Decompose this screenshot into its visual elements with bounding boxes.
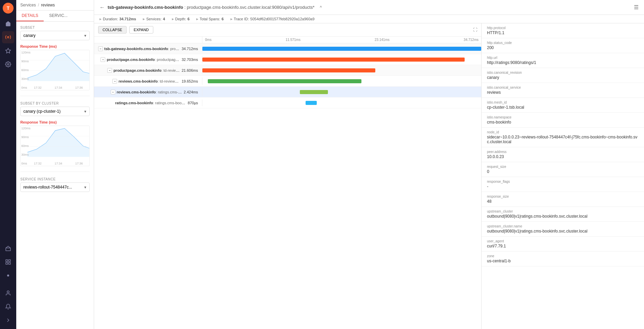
sidebar-item-home[interactable] [2, 18, 14, 30]
tab-services[interactable]: SERVIC... [44, 10, 73, 21]
prop-group: zoneus-central1-b [482, 251, 644, 266]
breadcrumb: Services / reviews [16, 0, 94, 10]
breadcrumb-separator: / [38, 3, 39, 7]
sidebar-item-dot[interactable] [2, 269, 14, 282]
tick-3: 34.712ms [464, 38, 479, 42]
expand-icon[interactable]: ^ [320, 5, 322, 10]
subset-cluster-select-wrapper: canary (cp-cluster-1) ▼ [20, 107, 90, 116]
main-header: ← tsb-gateway-bookinfo.cms-bookinfo : pr… [94, 0, 644, 15]
span-bar-col [202, 91, 481, 93]
span-collapse-btn[interactable]: − [107, 68, 112, 73]
span-label: ratings.cms-bookinfo: ratings.cms-bookin… [94, 100, 202, 106]
prop-group: response_flags- [482, 177, 644, 192]
prop-value: - [487, 184, 639, 189]
span-name: reviews.cms-bookinfo: ratings.cms-bookin… [117, 90, 182, 94]
span-service: reviews.cms-bookinfo [118, 79, 158, 83]
back-button[interactable]: ← [99, 4, 105, 10]
span-row[interactable]: −tsb-gateway-bookinfo.cms-bookinfo: prod… [94, 43, 481, 54]
prop-key: request_size [487, 165, 639, 169]
svg-point-7 [7, 275, 9, 277]
service-instance-filter: Service Instance reviews-rollout-7548447… [20, 177, 90, 192]
prop-value: us-central1-b [487, 259, 639, 263]
subset-cluster-select[interactable]: canary (cp-cluster-1) [20, 107, 90, 116]
span-collapse-btn[interactable]: − [98, 46, 103, 51]
span-row[interactable]: ratings.cms-bookinfo: ratings.cms-bookin… [94, 97, 481, 108]
logo[interactable]: T [3, 3, 14, 14]
svg-rect-6 [9, 263, 10, 264]
sidebar-item-user[interactable] [2, 287, 14, 299]
service-instance-select-wrapper: reviews-rollout-7548447c... ▼ [20, 182, 90, 192]
prop-key: istio.canonical_service [487, 86, 639, 89]
sidebar-item-settings[interactable] [2, 58, 14, 70]
prop-group: upstream_cluster.nameoutbound|9080|v1|ra… [482, 222, 644, 237]
span-row[interactable]: −productpage.cms-bookinfo: productpage.c… [94, 54, 481, 65]
chart2-x-labels: 17:32 17:34 17:36 [27, 162, 89, 165]
span-name: tsb-gateway-bookinfo.cms-bookinfo: produ… [104, 47, 180, 51]
prop-key: zone [487, 254, 639, 258]
span-duration: 870µs [188, 101, 199, 105]
span-bar-col [202, 102, 481, 104]
span-row[interactable]: −productpage.cms-bookinfo: td-reviews:90… [94, 65, 481, 76]
span-bar [202, 58, 465, 62]
prop-value: http://ratings:9080/ratings/1 [487, 60, 639, 65]
chart2-section: Response Time (ms) 120ms 90ms 60ms 30ms … [20, 120, 90, 166]
sidebar-item-services[interactable] [2, 31, 14, 43]
subset-cluster-label: Subset by Cluster [20, 102, 90, 105]
span-row[interactable]: −reviews.cms-bookinfo: ratings.cms-booki… [94, 87, 481, 97]
span-collapse-btn[interactable]: − [101, 57, 105, 62]
span-duration: 32.703ms [182, 58, 199, 62]
chart1-title: Response Time (ms) [20, 44, 90, 48]
span-name: ratings.cms-bookinfo: ratings.cms-bookin… [115, 101, 186, 105]
chart1-x-labels: 17:32 17:34 17:36 [27, 86, 89, 89]
span-bar [202, 47, 481, 51]
prop-value: 200 [487, 45, 639, 50]
menu-icon[interactable]: ☰ [634, 4, 639, 10]
prop-value: 48 [487, 199, 639, 204]
trace-panel: COLLAPSE EXPAND ⛶ 0ms 11.571ms 23.141ms … [94, 23, 482, 329]
prop-key: upstream_cluster [487, 210, 639, 213]
fullscreen-button[interactable]: ⛶ [473, 27, 477, 32]
sidebar-item-extensions[interactable] [2, 45, 14, 57]
collapse-button[interactable]: COLLAPSE [98, 26, 127, 34]
span-name: productpage.cms-bookinfo: productpage.cm… [107, 58, 180, 62]
svg-point-0 [7, 37, 9, 38]
prop-key: http.url [487, 56, 639, 60]
main-area: ← tsb-gateway-bookinfo.cms-bookinfo : pr… [94, 0, 644, 329]
span-row[interactable]: −reviews.cms-bookinfo: td-reviews:9080/*… [94, 76, 481, 87]
panel-content: Subset canary ▼ Response Time (ms) 120ms… [16, 22, 94, 329]
span-bar [202, 68, 375, 72]
sidebar-item-grid[interactable] [2, 256, 14, 268]
svg-rect-4 [9, 260, 10, 261]
sidebar-item-bell[interactable] [2, 301, 14, 313]
subset-cluster-filter: Subset by Cluster canary (cp-cluster-1) … [20, 102, 90, 116]
prop-value: 10.0.0.23 [487, 154, 639, 159]
span-name: reviews.cms-bookinfo: td-reviews:9080/* [118, 79, 180, 83]
span-duration: 21.606ms [182, 68, 199, 72]
span-label: −reviews.cms-bookinfo: ratings.cms-booki… [94, 88, 202, 96]
trace-id: Trace ID: 5054df62d001577feb82920a12a960… [230, 17, 314, 21]
trace-viewer: COLLAPSE EXPAND ⛶ 0ms 11.571ms 23.141ms … [94, 23, 644, 329]
tick-1: 11.571ms [286, 38, 301, 42]
span-url: : productpage.cms-bookinfo.svc.cluster.l… [155, 58, 180, 62]
span-collapse-btn[interactable]: − [111, 90, 115, 94]
breadcrumb-services[interactable]: Services [20, 3, 36, 7]
span-service: tsb-gateway-bookinfo.cms-bookinfo [104, 47, 168, 51]
trace-meta: Duration: 34.712ms Services: 4 Depth: 6 … [94, 15, 644, 23]
span-bar-col [202, 58, 481, 61]
service-instance-select[interactable]: reviews-rollout-7548447c... [20, 182, 90, 192]
sidebar-expand-icon[interactable] [2, 314, 14, 326]
prop-key: istio.mesh_id [487, 101, 639, 104]
tab-details[interactable]: DETAILS [16, 10, 44, 21]
prop-group: peer.address10.0.0.23 [482, 147, 644, 162]
sidebar-item-bank[interactable] [2, 242, 14, 255]
prop-value: 0 [487, 169, 639, 174]
expand-button[interactable]: EXPAND [129, 26, 153, 34]
prop-key: istio.namespace [487, 115, 639, 119]
subset-select[interactable]: canary [20, 31, 90, 40]
span-collapse-btn[interactable]: − [112, 79, 117, 84]
svg-point-8 [7, 291, 9, 293]
trace-total-spans: Total Spans: 6 [196, 17, 224, 21]
prop-value: HTTP/1.1 [487, 30, 639, 35]
prop-group: http.urlhttp://ratings:9080/ratings/1 [482, 53, 644, 68]
spans-list: −tsb-gateway-bookinfo.cms-bookinfo: prod… [94, 43, 481, 329]
